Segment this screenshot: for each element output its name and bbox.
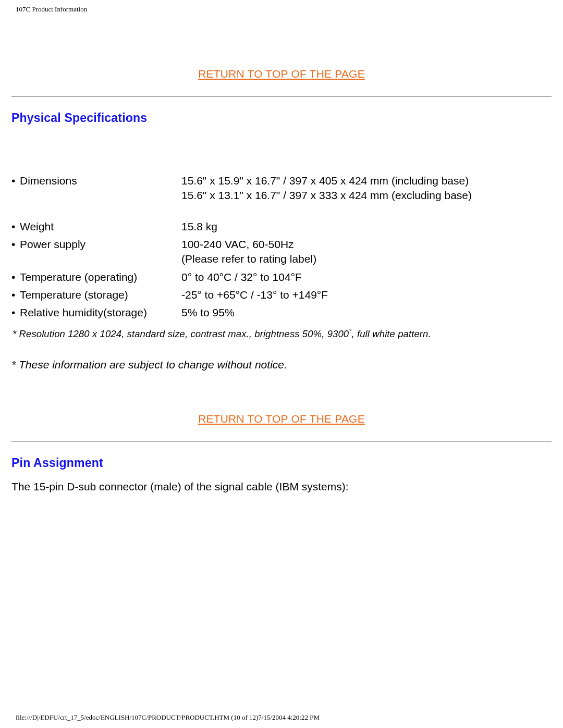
content-area: RETURN TO TOP OF THE PAGE Physical Speci… — [11, 52, 552, 503]
pin-assignment-heading: Pin Assignment — [11, 456, 552, 470]
return-to-top-link[interactable]: RETURN TO TOP OF THE PAGE — [11, 68, 552, 80]
table-row: • Weight 15.8 kg — [11, 218, 552, 236]
bullet: • — [11, 304, 20, 322]
dimensions-inc-base: 15.6" x 15.9" x 16.7" / 397 x 405 x 424 … — [181, 175, 469, 187]
spec-value-dimensions: 15.6" x 15.9" x 16.7" / 397 x 405 x 424 … — [181, 172, 552, 218]
bullet: • — [11, 172, 20, 218]
return-to-top-link[interactable]: RETURN TO TOP OF THE PAGE — [11, 413, 552, 425]
footnote-resolution-suffix: , full white pattern. — [352, 328, 431, 339]
spec-label-temp-storage: Temperature (storage) — [20, 286, 181, 304]
divider — [11, 441, 552, 441]
footnote-resolution: * Resolution 1280 x 1024, standard size,… — [13, 327, 552, 340]
divider — [11, 96, 552, 96]
pin-assignment-text: The 15-pin D-sub connector (male) of the… — [11, 480, 552, 493]
spec-label-temp-operating: Temperature (operating) — [20, 268, 181, 286]
bullet: • — [11, 268, 20, 286]
page-header: 107C Product Information — [16, 5, 87, 14]
spec-label-power-supply: Power supply — [20, 236, 181, 268]
spec-value-temp-operating: 0° to 40°C / 32° to 104°F — [181, 268, 552, 286]
physical-specifications-heading: Physical Specifications — [11, 111, 552, 125]
page-footer: file:///D|/EDFU/crt_17_5/edoc/ENGLISH/10… — [16, 713, 320, 722]
spec-value-humidity-storage: 5% to 95% — [181, 304, 552, 322]
bullet: • — [11, 236, 20, 268]
specifications-table: • Dimensions 15.6" x 15.9" x 16.7" / 397… — [11, 172, 552, 322]
power-supply-line1: 100-240 VAC, 60-50Hz — [181, 238, 294, 250]
power-supply-line2: (Please refer to rating label) — [181, 253, 316, 265]
table-row: • Power supply 100-240 VAC, 60-50Hz (Ple… — [11, 236, 552, 268]
spec-label-dimensions: Dimensions — [20, 172, 181, 218]
table-row: • Dimensions 15.6" x 15.9" x 16.7" / 397… — [11, 172, 552, 218]
table-row: • Relative humidity(storage) 5% to 95% — [11, 304, 552, 322]
spec-value-temp-storage: -25° to +65°C / -13° to +149°F — [181, 286, 552, 304]
spec-label-humidity-storage: Relative humidity(storage) — [20, 304, 181, 322]
table-row: • Temperature (operating) 0° to 40°C / 3… — [11, 268, 552, 286]
bullet: • — [11, 218, 20, 236]
dimensions-exc-base: 15.6" x 13.1" x 16.7" / 397 x 333 x 424 … — [181, 189, 472, 201]
spec-label-weight: Weight — [20, 218, 181, 236]
bullet: • — [11, 286, 20, 304]
footnote-subject-to-change: * These information are subject to chang… — [11, 359, 552, 371]
spec-value-weight: 15.8 kg — [181, 218, 552, 236]
spec-value-power-supply: 100-240 VAC, 60-50Hz (Please refer to ra… — [181, 236, 552, 268]
footnote-resolution-prefix: * Resolution 1280 x 1024, standard size,… — [13, 328, 349, 339]
table-row: • Temperature (storage) -25° to +65°C / … — [11, 286, 552, 304]
